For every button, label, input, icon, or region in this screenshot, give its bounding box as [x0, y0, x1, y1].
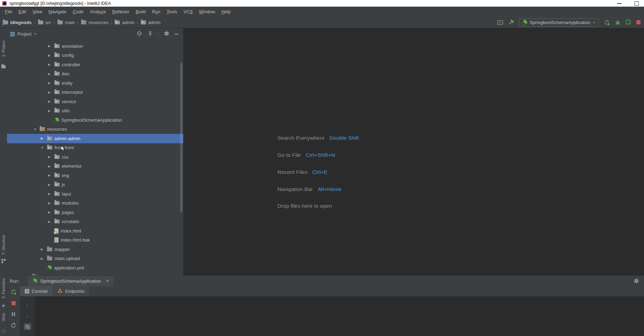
menu-build[interactable]: Build [132, 7, 149, 17]
breadcrumb-item-main[interactable]: main [58, 20, 75, 25]
settings-gear-icon[interactable] [164, 31, 169, 38]
tree-item-config[interactable]: ▶config [7, 51, 183, 60]
expand-arrow-icon[interactable]: ▶ [48, 174, 54, 177]
menu-analyze[interactable]: Analyze [87, 7, 109, 17]
stripe-item-structure[interactable]: 7: Structure [0, 232, 7, 258]
expand-arrow-icon[interactable]: ▶ [41, 257, 47, 260]
pause-output-icon[interactable] [10, 311, 17, 318]
locate-file-icon[interactable] [137, 31, 142, 38]
tree-item-service[interactable]: ▶service [7, 97, 183, 106]
tree-item-controller[interactable]: ▶controller [7, 60, 183, 69]
menu-window[interactable]: Window [196, 7, 218, 17]
menu-edit[interactable]: Edit [15, 7, 29, 17]
menu-tools[interactable]: Tools [163, 7, 180, 17]
debug-icon[interactable] [615, 20, 621, 25]
menu-code[interactable]: Code [70, 7, 87, 17]
run-configuration-select[interactable]: SpringbootSchemaApplication ▼ [519, 18, 599, 26]
tab-console[interactable]: Console [20, 286, 53, 296]
menu-run[interactable]: Run [149, 7, 163, 17]
expand-arrow-icon[interactable]: ▶ [48, 211, 54, 214]
profiler-icon[interactable] [626, 20, 631, 25]
stripe-item-web[interactable]: Web [0, 311, 7, 324]
menu-file[interactable]: File [2, 7, 15, 17]
expand-arrow-icon[interactable]: ▶ [41, 137, 47, 140]
tree-item-admin.admin[interactable]: ▶admin.admin [7, 134, 183, 143]
tree-item-elementui[interactable]: ▶elementui [7, 162, 183, 171]
minimize-button[interactable] [614, 0, 624, 7]
menu-refactor[interactable]: Refactor [109, 7, 132, 17]
tree-item-xznstatic[interactable]: ▶xznstatic [7, 217, 183, 227]
tree-item-front.front[interactable]: ▼front.front [7, 143, 183, 153]
breadcrumb-item-admin[interactable]: admin [141, 20, 160, 25]
expand-arrow-icon[interactable]: ▶ [48, 91, 54, 94]
tree-item-entity[interactable]: ▶entity [7, 78, 183, 88]
tree-item-resources[interactable]: ▼resources [7, 125, 183, 134]
console-output[interactable] [35, 296, 644, 336]
breadcrumb-item-idlegoods[interactable]: idlegoods [3, 20, 31, 25]
menu-vcs[interactable]: VCS [180, 7, 196, 17]
stripe-item-project[interactable]: 1: Project [0, 35, 7, 62]
tree-item-annotation[interactable]: ▶annotation [7, 41, 183, 51]
tree-item-layui[interactable]: ▶layui [7, 189, 183, 199]
expand-arrow-icon[interactable]: ▼ [41, 146, 47, 150]
expand-arrow-icon[interactable]: ▶ [41, 247, 47, 251]
close-icon[interactable]: ✕ [106, 278, 109, 283]
tree-item-test[interactable]: ▶test [7, 273, 183, 276]
run-in-window-icon[interactable] [497, 20, 503, 25]
tree-item-pages[interactable]: ▶pages [7, 208, 183, 217]
tree-item-css[interactable]: ▶css [7, 152, 183, 162]
tree-item-index.html.bak[interactable]: index.html.bak [7, 236, 183, 245]
maximize-button[interactable] [631, 0, 642, 7]
expand-arrow-icon[interactable]: ▶ [48, 72, 54, 76]
settings-gear-icon[interactable] [634, 278, 639, 285]
stop-icon[interactable] [10, 300, 17, 307]
expand-arrow-icon[interactable]: ▶ [48, 165, 54, 168]
collapse-all-icon[interactable] [147, 31, 153, 38]
stripe-item-favorites[interactable]: 2: Favorites [0, 274, 7, 302]
build-hammer-icon[interactable] [508, 20, 514, 25]
expand-arrow-icon[interactable]: ▶ [48, 54, 54, 57]
expand-arrow-icon[interactable]: ▶ [48, 183, 54, 186]
folder-icon[interactable] [1, 64, 6, 69]
run-content-tab[interactable]: SpringbootSchemaApplication ✕ [28, 276, 113, 286]
menu-view[interactable]: View [29, 7, 45, 17]
tree-item-modules[interactable]: ▶modules [7, 199, 183, 208]
expand-arrow-icon[interactable]: ▶ [48, 220, 54, 223]
tree-item-SpringbootSchemaApplication[interactable]: SpringbootSchemaApplication [7, 115, 183, 125]
expand-arrow-icon[interactable]: ▶ [48, 63, 54, 66]
tree-item-index.html[interactable]: index.html [7, 226, 183, 236]
expand-arrow-icon[interactable]: ▶ [48, 201, 54, 205]
tree-scrollbar[interactable] [180, 63, 183, 213]
menu-help[interactable]: Help [218, 7, 234, 17]
project-panel-title[interactable]: Project [17, 31, 31, 37]
breadcrumb-item-resources[interactable]: resources [81, 20, 108, 25]
down-stack-trace-icon[interactable]: ↓ [24, 312, 31, 319]
breadcrumb-item-admin[interactable]: admin [115, 20, 134, 25]
stop-icon[interactable] [636, 20, 641, 24]
expand-arrow-icon[interactable]: ▼ [33, 128, 40, 131]
breadcrumb-item-src[interactable]: src [38, 20, 51, 25]
expand-arrow-icon[interactable]: ▶ [48, 155, 54, 159]
tree-item-static.upload[interactable]: ▶static.upload [7, 254, 183, 264]
tree-item-img[interactable]: ▶img [7, 171, 183, 180]
menu-navigate[interactable]: Navigate [45, 7, 69, 17]
soft-wrap-icon[interactable] [24, 323, 31, 330]
restart-icon[interactable] [10, 322, 17, 329]
expand-arrow-icon[interactable]: ▶ [48, 109, 54, 113]
chevron-down-icon[interactable]: ▼ [34, 32, 37, 36]
rerun-icon[interactable] [10, 288, 17, 295]
structure-icon[interactable] [1, 259, 6, 264]
web-icon[interactable] [1, 329, 6, 334]
tree-item-interceptor[interactable]: ▶interceptor [7, 88, 183, 97]
tab-endpoints[interactable]: Endpoints [53, 286, 90, 296]
expand-arrow-icon[interactable]: ▶ [48, 192, 54, 196]
tree-item-js[interactable]: ▶js [7, 180, 183, 190]
expand-arrow-icon[interactable]: ▶ [48, 44, 54, 48]
tree-item-utils[interactable]: ▶utils [7, 106, 183, 116]
up-stack-trace-icon[interactable]: ↑ [24, 302, 31, 309]
star-icon[interactable]: ★ [1, 303, 6, 308]
hide-panel-icon[interactable] [175, 34, 178, 35]
expand-arrow-icon[interactable]: ▶ [48, 100, 54, 103]
tree-item-dao[interactable]: ▶dao [7, 69, 183, 79]
tree-item-application.yml[interactable]: application.yml [7, 263, 183, 273]
